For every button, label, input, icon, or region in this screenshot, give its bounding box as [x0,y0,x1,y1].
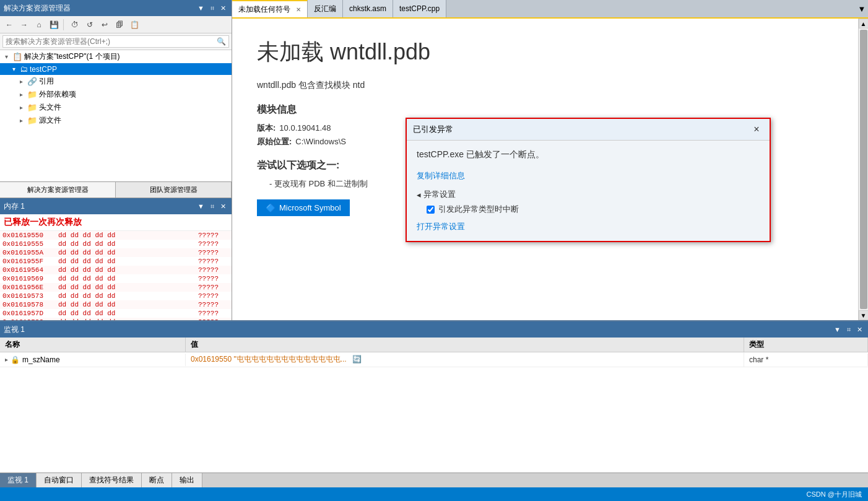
timer-btn[interactable]: ⏱ [68,18,82,32]
scroll-up-btn[interactable]: ▲ [859,19,869,28]
watch-cell-value-0: 0x01619550 "屯屯屯屯屯屯屯屯屯屯屯屯屯屯... 🔄 [186,352,744,367]
mem-chars: ????? [198,258,229,265]
tree-solution-node[interactable]: ▾ 📋 解决方案"testCPP"(1 个项目) [0,50,232,63]
headers-icon: 📁 [27,103,37,112]
mem-bytes: dd dd dd dd dd [58,275,198,282]
watch-refresh-icon-0[interactable]: 🔄 [352,355,362,364]
memory-row: 0x0161955A dd dd dd dd dd ????? [0,248,232,257]
status-bar: CSDN @十月旧城 [0,487,868,501]
exception-checkbox[interactable] [427,206,435,214]
watch-expand-icon-0[interactable]: ▸ [5,356,8,363]
watch-titlebar-icons: ▼ ⌗ ✕ [832,325,864,334]
tab-dropdown-btn[interactable]: ▼ [856,0,868,17]
main-tab[interactable]: 未加载任何符号✕ [232,0,308,17]
pdb-title: 未加载 wntdll.pdb [257,37,843,68]
main-tab[interactable]: testCPP.cpp [393,0,446,17]
tree-project-node[interactable]: ▾ 🗂 testCPP [0,63,232,75]
mem-bytes: dd dd dd dd dd [58,301,198,308]
scroll-thumb[interactable] [860,30,867,309]
dialog-titlebar: 已引发异常 × [407,119,770,141]
mem-chars: ????? [198,301,229,308]
memory-row: 0x01619578 dd dd dd dd dd ????? [0,300,232,309]
tab-solution-explorer[interactable]: 解决方案资源管理器 [0,182,116,198]
mem-bytes: dd dd dd dd dd [58,232,198,239]
watch-row-0[interactable]: ▸ 🔒 m_szName 0x01619550 "屯屯屯屯屯屯屯屯屯屯屯屯屯屯.… [0,352,868,367]
watch-var-icon-0: 🔒 [11,355,20,364]
memory-row: 0x01619564 dd dd dd dd dd ????? [0,266,232,274]
main-tab[interactable]: chkstk.asm [343,0,393,17]
copy-btn[interactable]: 🗐 [113,18,126,32]
tree-item-external-deps[interactable]: ▸ 📁 外部依赖项 [0,88,232,101]
watch-close-icon[interactable]: ✕ [855,325,864,334]
refresh-btn[interactable]: ↺ [83,18,97,32]
clipboard-btn[interactable]: 📋 [128,18,141,32]
tab-team-explorer[interactable]: 团队资源管理器 [116,182,232,198]
back-btn[interactable]: ← [2,18,16,32]
memory-row: 0x0161957D dd dd dd dd dd ????? [0,309,232,318]
ms-symbol-label: Microsoft Symbol [279,203,341,212]
ms-symbol-btn[interactable]: 🔷 Microsoft Symbol [257,199,350,216]
watch-col-name: 名称 [0,338,186,352]
tree-arrow-project: ▾ [12,66,20,72]
watch-table: 名称 值 类型 ▸ 🔒 m_szName 0x01619550 "屯屯屯屯屯屯屯… [0,338,868,473]
memory-row: 0x01619573 dd dd dd dd dd ????? [0,292,232,300]
exception-checkbox-row: 引发此异常类型时中断 [417,204,760,215]
watch-header: 名称 值 类型 [0,338,868,352]
watch-title: 监视 1 [4,325,25,335]
dialog-close-btn[interactable]: × [750,123,763,136]
search-input-wrap[interactable]: 🔍 [2,35,229,48]
project-icon: 🗂 [20,64,28,74]
search-input[interactable] [6,37,217,46]
memory-scroll-area[interactable]: 0x01619550 dd dd dd dd dd ?????0x0161955… [0,231,232,320]
memory-close-icon[interactable]: ✕ [219,202,228,211]
copy-details-link[interactable]: 复制详细信息 [417,170,760,181]
scroll-down-btn[interactable]: ▼ [859,310,869,320]
undo-btn[interactable]: ↩ [98,18,111,32]
solution-explorer-toolbar: ← → ⌂ 💾 ⏱ ↺ ↩ 🗐 📋 [0,16,232,33]
main-scrollbar[interactable]: ▲ ▼ [858,19,868,320]
watch-value-0: 0x01619550 "屯屯屯屯屯屯屯屯屯屯屯屯屯屯... [191,355,347,364]
pin-icon[interactable]: ▼ [196,4,206,12]
open-exception-settings-link[interactable]: 打开异常设置 [417,222,465,231]
memory-released-text: 已释放一次再次释放 [0,214,232,231]
tree-arrow-solution: ▾ [5,53,12,60]
exception-section-title: ◂ 异常设置 [417,189,760,200]
watch-name-0: m_szName [22,355,60,364]
dialog-body: testCPP.exe 已触发了一个断点。 复制详细信息 ◂ 异常设置 引发此异… [407,141,770,241]
search-icon[interactable]: 🔍 [217,37,226,46]
watch-col-value: 值 [186,338,744,352]
memory-pin-icon[interactable]: ▼ [196,202,206,211]
tab-close-btn[interactable]: ✕ [296,6,301,13]
watch-footer-tab[interactable]: 监视 1 [0,473,37,487]
memory-dock-icon[interactable]: ⌗ [209,202,216,211]
watch-footer-tabs: 监视 1自动窗口查找符号结果断点输出 [0,473,868,487]
tree-item-headers[interactable]: ▸ 📁 头文件 [0,101,232,114]
save-btn[interactable]: 💾 [47,18,61,32]
watch-dock-icon[interactable]: ⌗ [845,325,853,334]
dock-icon[interactable]: ⌗ [209,4,216,13]
close-icon[interactable]: ✕ [219,4,228,13]
memory-row: 0x01619569 dd dd dd dd dd ????? [0,274,232,283]
tree-item-references[interactable]: ▸ 🔗 引用 [0,75,232,88]
ms-symbol-icon: 🔷 [266,203,276,212]
watch-footer-tab[interactable]: 断点 [142,473,172,487]
mem-chars: ????? [198,284,229,291]
memory-row: 0x0161956E dd dd dd dd dd ????? [0,283,232,292]
extdeps-icon: 📁 [27,90,37,99]
pdb-version-value: 10.0.19041.48 [279,123,331,133]
tree-arrow-ref: ▸ [20,78,27,85]
solution-explorer-panel: 解决方案资源管理器 ▼ ⌗ ✕ ← → ⌂ 💾 ⏱ ↺ ↩ 🗐 📋 [0,0,232,198]
watch-footer-tab[interactable]: 自动窗口 [37,473,82,487]
mem-addr: 0x0161955A [2,249,58,256]
home-btn[interactable]: ⌂ [32,18,46,32]
solution-label: 解决方案"testCPP"(1 个项目) [24,51,120,62]
forward-btn[interactable]: → [17,18,31,32]
watch-footer-tab[interactable]: 查找符号结果 [82,473,142,487]
mem-bytes: dd dd dd dd dd [58,310,198,317]
watch-footer-tab[interactable]: 输出 [172,473,202,487]
main-tab[interactable]: 反汇编 [308,0,343,17]
watch-pin-icon[interactable]: ▼ [832,325,843,334]
exception-checkbox-label: 引发此异常类型时中断 [438,204,519,215]
tree-item-sources[interactable]: ▸ 📁 源文件 [0,114,232,127]
ref-icon: 🔗 [27,77,37,86]
